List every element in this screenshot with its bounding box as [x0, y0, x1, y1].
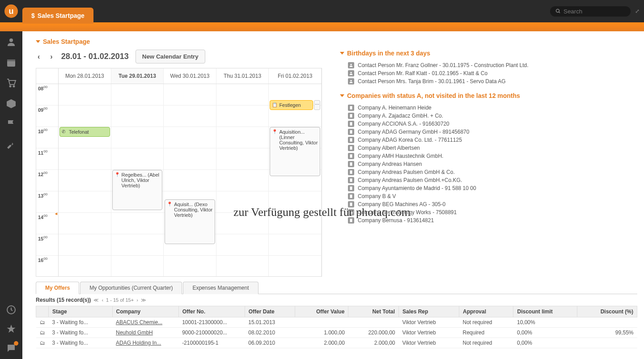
companies-title[interactable]: Companies with status A, not visited in … — [340, 92, 637, 99]
list-item[interactable]: Company B & V — [348, 192, 637, 200]
list-item[interactable]: Company AMH Haustechnik GmbH. — [348, 152, 637, 160]
svg-point-8 — [350, 64, 352, 65]
pager-prev[interactable]: ‹ — [102, 297, 103, 303]
flag-icon[interactable] — [5, 118, 17, 131]
col-nettotal[interactable]: Net Total — [348, 306, 399, 317]
event-festlegen[interactable]: 📋Festlegen — [270, 100, 313, 110]
next-week-button[interactable]: › — [48, 53, 54, 61]
building-icon — [348, 129, 354, 135]
item-text: Contact Person Mr. Franz Gollner - 30.01… — [358, 62, 529, 68]
event-more-button[interactable]: … — [314, 100, 320, 110]
item-text: Company Ayuntamiento de Madrid - 91 588 … — [358, 185, 476, 191]
pager-last[interactable]: ≫ — [141, 297, 146, 303]
history-icon[interactable] — [5, 304, 17, 316]
cell: Viktor Vertrieb — [399, 338, 459, 348]
top-bar: u $ Sales Startpage ⤢ — [0, 0, 644, 22]
cell: 2.000,00 — [295, 338, 348, 348]
col-offerno[interactable]: Offer No. — [178, 306, 245, 317]
col-salesrep[interactable]: Sales Rep — [399, 306, 459, 317]
calendar-icon[interactable] — [5, 56, 17, 69]
svg-rect-21 — [350, 186, 352, 190]
tab-expenses[interactable]: Expenses Management — [183, 282, 258, 294]
cell: 3 - Waiting fo... — [49, 317, 113, 328]
day-header[interactable]: Thu 31.01.2013 — [216, 68, 269, 84]
svg-point-9 — [350, 72, 352, 73]
cell: 15.01.2013 — [245, 317, 295, 328]
cell-company-link[interactable]: ADAG Holding In... — [112, 338, 178, 348]
expand-icon[interactable]: ⤢ — [635, 8, 640, 14]
cell-company-link[interactable]: ABACUS Chemie... — [112, 317, 178, 328]
cart-icon[interactable] — [5, 77, 17, 89]
list-item[interactable]: Company ADAG Korea Co. Ltd. - 77611125 — [348, 136, 637, 144]
person-icon — [348, 70, 354, 76]
list-item[interactable]: Company Bernusa - 913614821 — [348, 216, 637, 224]
event-aquisit-dexo[interactable]: 📍Aquisit... (Dexo Consulting, Viktor Ver… — [165, 199, 215, 244]
pager-info: 1 - 15 of 15+ — [106, 297, 134, 303]
day-column-tue[interactable]: 📍Regelbes... (Abel Ulrich, Viktor Vertri… — [111, 84, 164, 276]
star-icon[interactable] — [5, 323, 17, 335]
list-item[interactable]: Contact Person Mr. Ralf Klatt - 01.02.19… — [348, 69, 637, 77]
active-tab[interactable]: $ Sales Startpage — [22, 8, 93, 24]
list-item[interactable]: Company Albert Albertsen — [348, 144, 637, 152]
day-column-mon[interactable]: ✆Telefonat — [59, 84, 111, 276]
col-approval[interactable]: Approval — [459, 306, 513, 317]
day-column-wed[interactable]: 📍Aquisit... (Dexo Consulting, Viktor Ver… — [164, 84, 216, 276]
search-box[interactable] — [550, 6, 631, 17]
prev-week-button[interactable]: ‹ — [36, 53, 42, 61]
left-sidebar — [0, 31, 22, 359]
list-item[interactable]: Company ACCIONA S.A. - 916630720 — [348, 120, 637, 128]
list-item[interactable]: Contact Person Mr. Franz Gollner - 30.01… — [348, 61, 637, 69]
event-telefonat[interactable]: ✆Telefonat — [59, 127, 110, 137]
day-header[interactable]: Mon 28.01.2013 — [59, 68, 111, 84]
svg-rect-23 — [350, 203, 352, 206]
table-row[interactable]: 🗂 3 - Waiting fo... ADAG Holding In... -… — [36, 338, 637, 348]
item-text: Company ADAG Korea Co. Ltd. - 77611125 — [358, 137, 462, 143]
day-column-thu[interactable] — [216, 84, 269, 276]
table-row[interactable]: 🗂 3 - Waiting fo... ABACUS Chemie... 100… — [36, 317, 637, 328]
list-item[interactable]: Company Andreas Hansen — [348, 160, 637, 168]
list-item[interactable]: Company Andreas Paulsen GmbH.+Co.KG. — [348, 176, 637, 184]
col-stage[interactable]: Stage — [49, 306, 113, 317]
list-item[interactable]: Company Berlin Energy Works - 7508891 — [348, 208, 637, 216]
day-header[interactable]: Fri 01.02.2013 — [269, 68, 322, 84]
col-discount[interactable]: Discount (%) — [577, 306, 637, 317]
pager-next[interactable]: › — [136, 297, 138, 303]
list-item[interactable]: Company Andreas Paulsen GmbH & Co. — [348, 168, 637, 176]
chat-icon[interactable] — [5, 342, 17, 355]
new-calendar-entry-button[interactable]: New Calendar Entry — [136, 50, 205, 63]
wrench-icon[interactable] — [5, 139, 17, 151]
companies-list: Company A. Heinemann Heide Company A. Za… — [348, 104, 637, 224]
tab-my-offers[interactable]: My Offers — [36, 282, 79, 294]
day-header[interactable]: Wed 30.01.2013 — [164, 68, 216, 84]
list-item[interactable]: Company BEG Machines AG - 305-0 — [348, 200, 637, 208]
day-column-fri[interactable]: 📋Festlegen … 📍Aquisition... (Linner Cons… — [269, 84, 322, 276]
person-icon[interactable] — [5, 36, 17, 48]
list-item[interactable]: Company Ayuntamiento de Madrid - 91 588 … — [348, 184, 637, 192]
col-discountlimit[interactable]: Discount limit — [513, 306, 577, 317]
list-item[interactable]: Company ADAG Germany GmbH - 891456870 — [348, 128, 637, 136]
event-regelbes[interactable]: 📍Regelbes... (Abel Ulrich, Viktor Vertri… — [112, 170, 163, 210]
svg-rect-15 — [350, 138, 352, 142]
app-logo[interactable]: u — [4, 4, 18, 18]
list-item[interactable]: Company A. Heinemann Heide — [348, 104, 637, 112]
col-offervalue[interactable]: Offer Value — [295, 306, 348, 317]
col-offerdate[interactable]: Offer Date — [245, 306, 295, 317]
col-company[interactable]: Company — [112, 306, 178, 317]
cell-company-link[interactable]: Neuhold GmbH — [112, 328, 178, 338]
item-text: Company A. Heinemann Heide — [358, 105, 432, 111]
table-row[interactable]: 🗂 3 - Waiting fo... Neuhold GmbH 9000-21… — [36, 328, 637, 338]
time-label: 1100 — [36, 148, 58, 170]
box-icon[interactable] — [5, 97, 17, 110]
search-input[interactable] — [564, 8, 625, 15]
list-item[interactable]: Company A. Zajadacz GmbH. + Co. — [348, 112, 637, 120]
tab-my-opportunities[interactable]: My Opportunities (Current Quarter) — [80, 282, 182, 294]
cell — [295, 317, 348, 328]
list-item[interactable]: Contact Person Mrs. Tanja Brim - 30.01.1… — [348, 77, 637, 85]
chevron-down-icon[interactable] — [36, 40, 40, 43]
day-header[interactable]: Tue 29.01.2013 — [111, 68, 164, 84]
birthdays-title[interactable]: Birthdays in the next 3 days — [340, 50, 637, 57]
item-text: Company Albert Albertsen — [358, 145, 420, 151]
pager-first[interactable]: ≪ — [93, 297, 99, 303]
svg-rect-17 — [350, 154, 352, 158]
event-aquisition-linner[interactable]: 📍Aquisition... (Linner Consulting, Vikto… — [270, 127, 320, 176]
